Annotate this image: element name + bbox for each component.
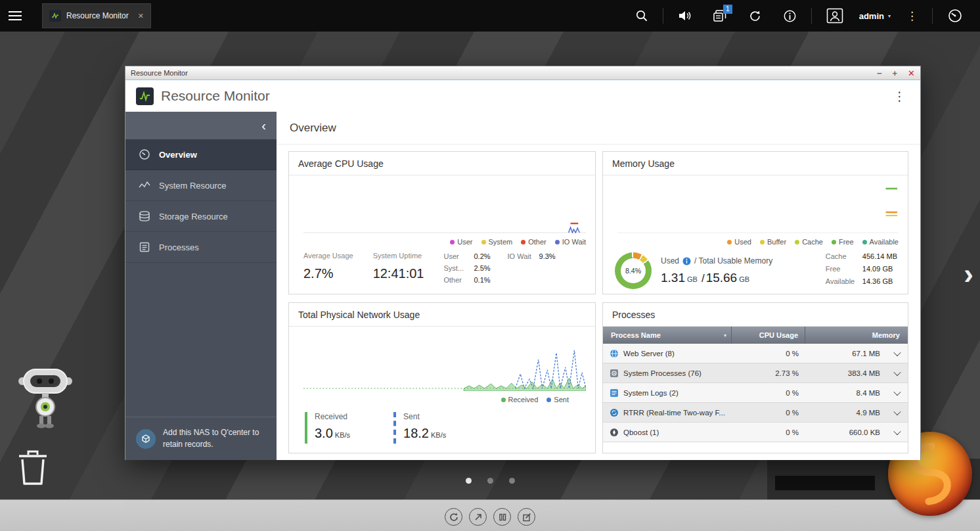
table-row-rtrr[interactable]: RTRR (Real-time Two-way F... 0 % 4.9 MB <box>603 403 908 423</box>
table-row-web-server[interactable]: Web Server (8) 0 % 67.1 MB <box>603 344 908 363</box>
legend-label: Used <box>734 238 751 246</box>
user-icon <box>826 8 843 24</box>
process-cpu: 0 % <box>732 428 805 436</box>
window-titlebar[interactable]: Resource Monitor − + ✕ <box>125 66 920 80</box>
background-tasks-icon <box>748 9 762 23</box>
qcenter-banner[interactable]: Add this NAS to Q'center to retain recor… <box>125 417 277 460</box>
expand-row-button[interactable] <box>887 390 908 396</box>
column-header-cpu-usage[interactable]: CPU Usage <box>732 327 805 344</box>
process-memory: 383.4 MB <box>805 369 887 377</box>
search-icon <box>635 9 648 22</box>
process-memory: 660.0 KB <box>805 428 887 436</box>
process-name: RTRR (Real-time Two-way F... <box>623 409 725 417</box>
sidebar-item-system-resource[interactable]: System Resource <box>125 170 277 201</box>
resource-monitor-app-icon <box>49 10 61 22</box>
topbar: Resource Monitor ✕ 1 <box>0 0 980 32</box>
stat-label: System Uptime <box>373 252 424 260</box>
cpu-mini-stats-col2: IO Wait9.3% <box>508 252 556 288</box>
tab-resource-monitor[interactable]: Resource Monitor ✕ <box>42 3 151 28</box>
stat-label: User <box>443 252 474 260</box>
legend-label: IO Wait <box>562 238 586 246</box>
memory-mini-stats: Cache456.14 MB Free14.09 GB Available14.… <box>826 252 897 290</box>
minimize-button[interactable]: − <box>877 69 882 78</box>
user-menu[interactable]: admin ▾ <box>854 11 896 21</box>
separator <box>663 8 663 24</box>
expand-row-button[interactable] <box>887 371 908 376</box>
dock-share-button[interactable] <box>469 508 487 526</box>
stat-value: 3.0 <box>315 426 333 440</box>
desktop-page-dot-2[interactable] <box>487 478 493 484</box>
process-memory: 4.9 MB <box>805 409 887 417</box>
column-header-process-name[interactable]: Process Name ▾ <box>603 327 732 344</box>
info-icon[interactable] <box>682 257 691 266</box>
window-menu-button[interactable]: ⋮ <box>889 89 910 104</box>
used-unit: GB <box>687 275 698 283</box>
memory-chart <box>617 182 899 236</box>
user-avatar[interactable] <box>816 0 854 32</box>
globe-icon <box>610 349 619 358</box>
dock-refresh-button[interactable] <box>445 508 462 526</box>
resource-monitor-window: Resource Monitor − + ✕ Resource Monitor … <box>125 66 921 460</box>
stat-label: Available <box>826 277 862 285</box>
table-row-system-logs[interactable]: System Logs (2) 0 % 8.4 MB <box>603 383 908 403</box>
slash: / <box>702 272 705 285</box>
stat-value: 0.1% <box>474 276 490 284</box>
cpu-usage-panel: Average CPU Usage User System Other <box>288 151 596 294</box>
window-header: Resource Monitor ⋮ <box>125 80 920 112</box>
sort-caret-icon[interactable]: ▾ <box>724 333 726 338</box>
cpu-chart <box>303 182 586 236</box>
notifications-button[interactable]: 1 <box>702 0 738 32</box>
qcenter-icon <box>136 429 156 449</box>
process-list-icon <box>139 241 150 253</box>
overview-gauge-icon <box>139 149 150 160</box>
desktop-page-dot-3[interactable] <box>509 478 515 484</box>
chevron-down-icon <box>893 368 901 375</box>
process-name: Qboost (1) <box>623 428 659 436</box>
memory-donut-chart: 8.4% <box>615 252 652 289</box>
cpu-stats: Average Usage 2.7% System Uptime 12:41:0… <box>303 252 586 288</box>
network-usage-panel: Total Physical Network Usage Received Se… <box>288 302 596 453</box>
expand-row-button[interactable] <box>887 351 908 356</box>
stat-unit: KB/s <box>431 431 446 439</box>
search-button[interactable] <box>625 0 659 32</box>
info-button[interactable] <box>772 0 807 32</box>
sent-stat: Sent 18.2KB/s <box>393 412 446 444</box>
window-controls: − + ✕ <box>877 69 915 78</box>
close-button[interactable]: ✕ <box>908 69 915 78</box>
tab-close-icon[interactable]: ✕ <box>134 12 144 20</box>
maximize-button[interactable]: + <box>893 69 898 78</box>
sidebar-item-processes[interactable]: Processes <box>125 232 277 263</box>
memory-stats: 8.4% Used / Total Usable Memory 1.31GB/1… <box>615 252 899 290</box>
sidebar-item-overview[interactable]: Overview <box>125 139 277 170</box>
main-menu-button[interactable] <box>0 0 30 32</box>
tab-label: Resource Monitor <box>66 11 129 20</box>
sidebar-item-storage-resource[interactable]: Storage Resource <box>125 201 277 232</box>
dock-columns-button[interactable] <box>493 508 511 526</box>
sidebar-collapse-button[interactable]: ‹ <box>125 112 277 139</box>
expand-row-button[interactable] <box>887 410 908 415</box>
dashboard-button[interactable] <box>937 0 973 32</box>
page-title: Overview <box>277 112 920 145</box>
legend-label: Cache <box>802 238 823 246</box>
more-options-button[interactable]: ⋮ <box>896 0 928 32</box>
table-row-system-processes[interactable]: System Processes (76) 2.73 % 383.4 MB <box>603 363 908 383</box>
gauge-icon <box>947 8 963 24</box>
qcenter-note: Add this NAS to Q'center to retain recor… <box>163 427 265 450</box>
processes-panel-title: Processes <box>603 303 908 327</box>
helpdesk-robot-icon[interactable] <box>14 363 78 434</box>
desktop-dock <box>0 508 980 526</box>
background-tasks-button[interactable] <box>738 0 772 32</box>
next-desktop-arrow[interactable]: › <box>964 260 973 289</box>
caret-down-icon: ▾ <box>888 13 891 19</box>
stat-label: Average Usage <box>303 252 353 260</box>
stat-label: Sent <box>403 412 446 421</box>
column-header-memory[interactable]: Memory <box>805 327 908 344</box>
dock-compose-button[interactable] <box>518 508 535 526</box>
table-row-qboost[interactable]: Qboost (1) 0 % 660.0 KB <box>603 423 908 442</box>
desktop-page-dot-1[interactable] <box>466 478 472 484</box>
expand-row-button[interactable] <box>887 430 908 435</box>
stat-value: 12:41:01 <box>373 266 424 281</box>
volume-button[interactable] <box>667 0 702 32</box>
window-titlebar-title: Resource Monitor <box>131 69 188 77</box>
sidebar-item-label: Processes <box>159 242 199 252</box>
